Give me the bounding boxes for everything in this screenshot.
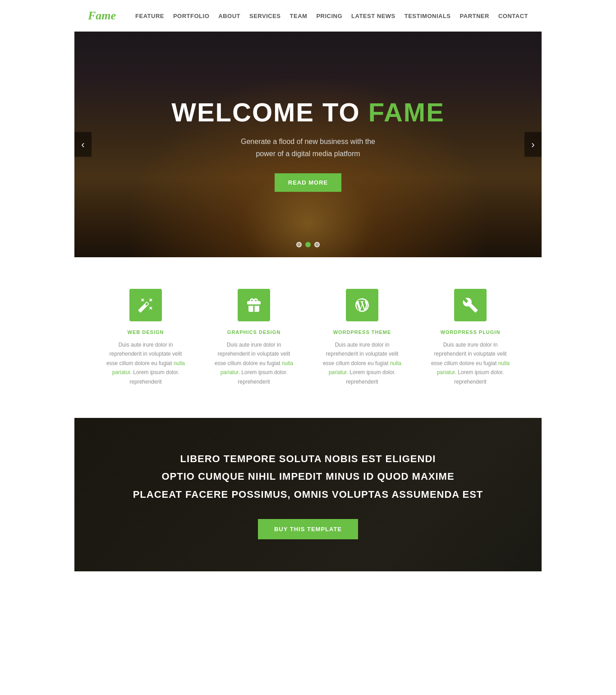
feature-title-1: GRAPHICS DESIGN (213, 329, 294, 335)
cta-section: LIBERO TEMPORE SOLUTA NOBIS EST ELIGENDI… (74, 418, 542, 571)
hero-section: ‹ WELCOME TO FAME Generate a flood of ne… (74, 32, 542, 257)
features-section: WEB DESIGN Duis aute irure dolor in repr… (74, 257, 542, 418)
nav-link-latest-news[interactable]: LATEST NEWS (351, 13, 395, 19)
nav-link-pricing[interactable]: PRICING (316, 13, 342, 19)
nav-link-about[interactable]: ABOUT (218, 13, 240, 19)
wrench-icon (454, 289, 487, 321)
feature-title-3: WORDPRESS PLUGIN (430, 329, 511, 335)
feature-desc-2: Duis aute irure dolor in reprehenderit i… (322, 340, 403, 386)
nav-link-team[interactable]: TEAM (290, 13, 308, 19)
hero-dots (296, 242, 320, 247)
feature-title-0: WEB DESIGN (105, 329, 186, 335)
hero-cta-button[interactable]: READ MORE (275, 173, 341, 192)
hero-title-prefix: WELCOME TO (171, 97, 368, 127)
wordpress-icon (346, 289, 378, 321)
feature-item-2: WORDPRESS THEME Duis aute irure dolor in… (322, 289, 403, 386)
nav-links: FEATUREPORTFOLIOABOUTSERVICESTEAMPRICING… (135, 12, 528, 20)
feature-desc-3: Duis aute irure dolor in reprehenderit i… (430, 340, 511, 386)
navbar: Fame FEATUREPORTFOLIOABOUTSERVICESTEAMPR… (74, 0, 542, 32)
nav-link-testimonials[interactable]: TESTIMONIALS (405, 13, 451, 19)
feature-title-2: WORDPRESS THEME (322, 329, 403, 335)
feature-desc-0: Duis aute irure dolor in reprehenderit i… (105, 340, 186, 386)
cta-text: LIBERO TEMPORE SOLUTA NOBIS EST ELIGENDI… (133, 450, 483, 504)
feature-item-3: WORDPRESS PLUGIN Duis aute irure dolor i… (430, 289, 511, 386)
hero-subtitle-line1: Generate a flood of new business with th… (241, 138, 375, 145)
hero-content: WELCOME TO FAME Generate a flood of new … (171, 97, 445, 192)
cta-line2: OPTIO CUMQUE NIHIL IMPEDIT MINUS ID QUOD… (133, 468, 483, 486)
cta-line3: PLACEAT FACERE POSSIMUS, OMNIS VOLUPTAS … (133, 486, 483, 504)
hero-title-brand: FAME (368, 97, 445, 127)
wand-icon (129, 289, 162, 321)
hero-dot-2[interactable] (314, 242, 320, 247)
hero-subtitle-line2: power of a digital media platform (256, 150, 360, 158)
hero-next-button[interactable]: › (524, 132, 542, 157)
cta-line1: LIBERO TEMPORE SOLUTA NOBIS EST ELIGENDI (133, 450, 483, 468)
site-logo[interactable]: Fame (88, 9, 116, 23)
nav-link-portfolio[interactable]: PORTFOLIO (173, 13, 209, 19)
feature-desc-1: Duis aute irure dolor in reprehenderit i… (213, 340, 294, 386)
nav-link-services[interactable]: SERVICES (249, 13, 281, 19)
hero-prev-button[interactable]: ‹ (74, 132, 92, 157)
nav-link-contact[interactable]: CONTACT (498, 13, 528, 19)
gift-icon (238, 289, 270, 321)
hero-subtitle: Generate a flood of new business with th… (171, 135, 445, 160)
feature-item-0: WEB DESIGN Duis aute irure dolor in repr… (105, 289, 186, 386)
cta-button[interactable]: BUY THIS TEMPLATE (258, 519, 358, 539)
nav-link-feature[interactable]: FEATURE (135, 13, 164, 19)
hero-dot-0[interactable] (296, 242, 302, 247)
nav-link-partner[interactable]: PARTNER (460, 13, 489, 19)
feature-item-1: GRAPHICS DESIGN Duis aute irure dolor in… (213, 289, 294, 386)
hero-title: WELCOME TO FAME (171, 97, 445, 127)
hero-dot-1[interactable] (305, 242, 311, 247)
